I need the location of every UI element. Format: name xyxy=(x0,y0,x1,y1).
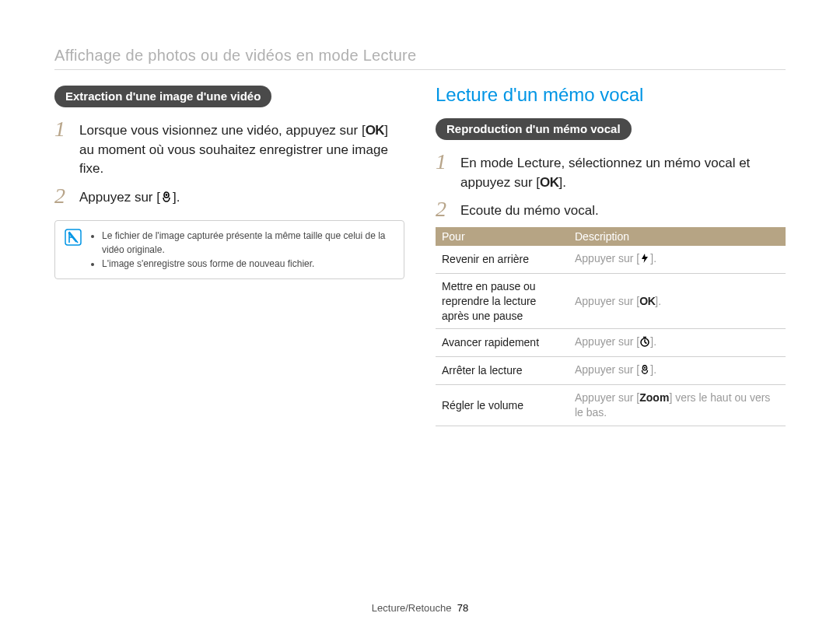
step-2-right: 2 Ecoute du mémo vocal. xyxy=(436,198,786,221)
step-num: 1 xyxy=(54,118,72,140)
note-bullet: Le fichier de l'image capturée présente … xyxy=(102,229,394,257)
note-box: Le fichier de l'image capturée présente … xyxy=(54,220,404,279)
table-row: Revenir en arrière Appuyer sur []. xyxy=(436,246,786,273)
step-text: Appuyez sur [ ]. xyxy=(79,185,180,209)
text: ]. xyxy=(655,295,661,307)
text: Appuyer sur [ xyxy=(575,295,639,307)
table-row: Régler le volume Appuyer sur [Zoom] vers… xyxy=(436,385,786,426)
text: Appuyer sur [ xyxy=(575,252,639,264)
right-column: Lecture d'un mémo vocal Reproduction d'u… xyxy=(436,84,786,426)
flash-icon xyxy=(639,253,650,268)
ok-icon: OK xyxy=(366,121,385,141)
svg-point-6 xyxy=(644,367,646,369)
text: Appuyer sur [ xyxy=(575,335,639,348)
section-title: Lecture d'un mémo vocal xyxy=(436,84,786,106)
cell-desc: Appuyer sur []. xyxy=(569,246,786,273)
text: Appuyer sur [ xyxy=(575,391,639,404)
cell-desc: Appuyer sur [OK]. xyxy=(569,273,786,329)
text: ]. xyxy=(650,363,656,376)
table-row: Mettre en pause ou reprendre la lecture … xyxy=(436,273,786,329)
step-1-left: 1 Lorsque vous visionnez une vidéo, appu… xyxy=(54,118,404,179)
timer-icon xyxy=(639,336,650,351)
text: ] xyxy=(669,391,675,404)
pill-reproduction: Reproduction d'un mémo vocal xyxy=(436,118,632,140)
step-text: Ecoute du mémo vocal. xyxy=(460,198,599,221)
macro-icon xyxy=(639,364,650,379)
cell-pour: Avancer rapidement xyxy=(436,329,569,357)
cell-pour: Revenir en arrière xyxy=(436,246,569,273)
text: ]. xyxy=(650,252,656,264)
macro-icon xyxy=(160,190,173,209)
page-topic: Affichage de photos ou de vidéos en mode… xyxy=(54,47,786,70)
col-header-desc: Description xyxy=(569,227,786,246)
step-num: 2 xyxy=(54,185,72,207)
step-1-right: 1 En mode Lecture, sélectionnez un mémo … xyxy=(436,151,786,192)
cell-desc: Appuyer sur [Zoom] vers le haut ou vers … xyxy=(569,385,786,426)
ok-icon: OK xyxy=(540,173,559,193)
note-bullet: L'image s'enregistre sous forme de nouve… xyxy=(102,257,394,271)
step-num: 1 xyxy=(436,151,453,173)
text: Appuyez sur [ xyxy=(79,190,160,205)
page-footer: Lecture/Retouche 78 xyxy=(0,602,840,614)
ok-icon: OK xyxy=(639,294,655,309)
table-row: Avancer rapidement Appuyer sur []. xyxy=(436,329,786,357)
cell-desc: Appuyer sur []. xyxy=(569,357,786,385)
text: Appuyer sur [ xyxy=(575,363,639,376)
step-text: En mode Lecture, sélectionnez un mémo vo… xyxy=(460,151,786,192)
step-2-left: 2 Appuyez sur [ ]. xyxy=(54,185,404,209)
text: ]. xyxy=(559,175,566,190)
controls-table: Pour Description Revenir en arrière Appu… xyxy=(436,227,786,426)
table-row: Arrêter la lecture Appuyer sur []. xyxy=(436,357,786,385)
note-list: Le fichier de l'image capturée présente … xyxy=(89,229,394,271)
svg-point-0 xyxy=(166,194,168,196)
left-column: Extraction d'une image d'une vidéo 1 Lor… xyxy=(54,84,404,426)
cell-pour: Régler le volume xyxy=(436,385,569,426)
cell-pour: Arrêter la lecture xyxy=(436,357,569,385)
page: Affichage de photos ou de vidéos en mode… xyxy=(0,0,840,634)
page-number: 78 xyxy=(457,602,468,614)
step-num: 2 xyxy=(436,198,453,220)
cell-desc: Appuyer sur []. xyxy=(569,329,786,357)
content-columns: Extraction d'une image d'une vidéo 1 Lor… xyxy=(54,84,786,426)
text: Lorsque vous visionnez une vidéo, appuye… xyxy=(79,123,366,138)
footer-section: Lecture/Retouche xyxy=(372,602,452,614)
pill-extraction: Extraction d'une image d'une vidéo xyxy=(54,86,271,107)
text: En mode Lecture, sélectionnez un mémo vo… xyxy=(460,156,750,190)
cell-pour: Mettre en pause ou reprendre la lecture … xyxy=(436,273,569,329)
col-header-pour: Pour xyxy=(436,227,569,246)
svg-line-4 xyxy=(645,342,647,344)
text: ]. xyxy=(173,190,180,205)
zoom-label: Zoom xyxy=(639,391,669,404)
step-text: Lorsque vous visionnez une vidéo, appuye… xyxy=(79,118,404,179)
note-icon xyxy=(65,229,82,246)
text: ]. xyxy=(650,335,656,348)
